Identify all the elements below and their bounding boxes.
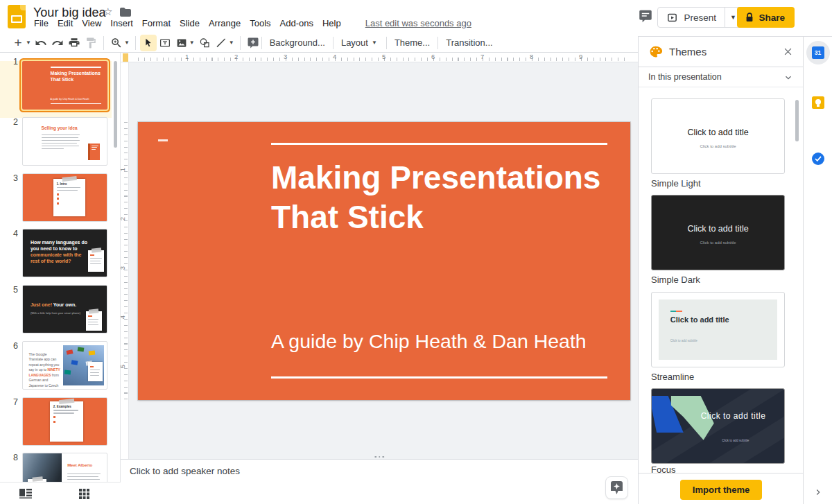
print-button[interactable] [66,35,83,51]
menu-insert[interactable]: Insert [110,18,133,28]
toolbar-divider [240,36,241,50]
speaker-notes-placeholder[interactable]: Click to add speaker notes [130,466,240,476]
import-theme-button[interactable]: Import theme [680,480,762,500]
slide-number: 8 [3,453,18,462]
theme-card-simple-light[interactable]: Click to add title Click to add subtitle [651,98,785,174]
theme-name-streamline: Streamline [651,372,694,382]
slide-bottom-rule [271,376,607,379]
filmstrip-scrollbar[interactable] [114,61,117,148]
menu-view[interactable]: View [82,18,101,28]
insert-line-button[interactable] [213,35,229,51]
insert-comment-button[interactable] [245,35,261,51]
slide-number: 4 [3,229,18,238]
select-tool-button[interactable] [140,35,157,51]
menu-bar: File Edit View Insert Format Slide Arran… [34,18,471,28]
transition-button[interactable]: Transition... [438,35,500,51]
menu-slide[interactable]: Slide [180,18,200,28]
slide-thumbnail-5[interactable]: Just one! Your own. (With a little help … [22,285,107,333]
present-label: Present [684,12,716,23]
filmstrip-view-button[interactable] [19,489,32,498]
insert-image-button[interactable] [173,35,190,51]
thumb4-note [88,250,104,272]
theme-title-preview: Click to add title [670,315,729,324]
logo-inner-rect [11,15,22,23]
keep-icon [812,96,824,109]
slide-number: 7 [3,397,18,407]
slide-title-text[interactable]: Making Presentations That Stick [271,158,604,237]
slide-number: 1 [3,57,18,67]
insert-image-caret[interactable]: ▼ [189,40,195,46]
speaker-notes-area[interactable]: Click to add speaker notes [121,459,638,504]
zoom-button[interactable] [108,35,125,51]
slide-thumbnail-6[interactable]: The Google Translate app can repeat anyt… [22,341,107,390]
slide-thumbnail-3[interactable]: 1. Intro [22,173,107,222]
thumb6-note [88,362,103,382]
undo-button[interactable] [33,35,49,51]
thumb4-accent-text: communicate with the rest of the world? [31,252,82,263]
new-slide-button[interactable]: + [10,35,26,51]
keep-app-button[interactable] [806,91,830,114]
streamline-preview-bg [659,299,778,360]
theme-card-streamline[interactable]: Click to add title Click to add subtitle [651,292,785,367]
insert-line-caret[interactable]: ▼ [229,40,234,46]
background-button[interactable]: Background... [262,35,333,51]
slide-thumbnail-8[interactable]: Meet Alberto [22,453,107,482]
thumb8-heading: Meet Alberto [67,463,92,467]
menu-file[interactable]: File [34,18,49,28]
slides-logo-icon[interactable] [8,5,26,28]
slide-top-rule [271,143,607,145]
paint-format-button[interactable] [83,35,99,51]
side-panel-app-bar: 31 [803,36,832,504]
theme-card-focus[interactable]: Click to add title Click to add subtitle [651,388,785,464]
slide-subtitle-text[interactable]: A guide by Chip Heath & Dan Heath [271,330,587,353]
tasks-app-button[interactable] [806,147,830,171]
star-icon[interactable]: ☆ [103,6,112,18]
thumb7-heading: 2. Examples [53,405,80,408]
streamline-dash [670,311,682,313]
in-this-presentation-row[interactable]: In this presentation [639,67,803,87]
theme-subtitle-preview: Click to add subtitle [722,439,749,442]
current-slide[interactable]: Making Presentations That Stick A guide … [138,122,630,400]
move-folder-icon[interactable] [120,8,131,17]
menu-format[interactable]: Format [142,18,171,28]
last-edit-status[interactable]: Last edit was seconds ago [365,18,471,28]
menu-help[interactable]: Help [322,18,341,28]
explore-button[interactable] [605,476,628,499]
horizontal-ruler: 1 2 3 4 5 6 7 8 9 [121,53,638,62]
hide-side-panel-button[interactable] [806,480,830,504]
grid-view-button[interactable] [79,489,89,499]
menu-edit[interactable]: Edit [58,18,73,28]
share-button[interactable]: Share [737,7,795,28]
slide-thumbnail-7[interactable]: 2. Examples [22,397,107,446]
new-slide-caret[interactable]: ▼ [26,40,31,46]
text-box-button[interactable] [157,35,173,51]
slide-thumbnail-4[interactable]: How many languages do you need to know t… [22,229,107,277]
section-label: In this presentation [648,72,722,82]
toolbar-divider [103,36,104,50]
themes-panel-title: Themes [669,46,707,58]
open-comments-button[interactable] [638,9,653,24]
insert-shape-button[interactable] [196,35,213,51]
vertical-ruler: 1 2 3 4 5 [121,62,129,459]
theme-card-simple-dark[interactable]: Click to add title Click to add subtitle [651,195,785,270]
zoom-caret[interactable]: ▼ [124,40,130,46]
calendar-app-button[interactable]: 31 [806,41,830,64]
present-button[interactable]: Present [658,12,725,24]
layout-button[interactable]: Layout▼ [333,35,386,51]
editing-canvas: 1 2 3 4 5 6 7 8 9 1 2 3 4 5 Making Prese… [121,53,638,459]
layout-label: Layout [341,37,368,48]
themes-panel: Themes In this presentation Click to add… [638,36,803,504]
menu-tools[interactable]: Tools [250,18,270,28]
theme-button[interactable]: Theme... [387,35,437,51]
redo-button[interactable] [49,35,66,51]
themes-scrollbar[interactable] [795,100,799,141]
thumb5-accent-text: Just one! [31,302,52,307]
notes-resize-handle[interactable] [374,456,384,458]
slide-thumbnail-2[interactable]: Selling your idea [22,117,107,166]
slide-thumbnail-1[interactable]: Making Presentations That Stick A guide … [22,61,107,110]
menu-addons[interactable]: Add-ons [280,18,313,28]
lock-icon [745,12,754,22]
menu-arrange[interactable]: Arrange [209,18,241,28]
close-panel-icon[interactable] [783,46,793,57]
theme-title-preview: Click to add title [652,128,784,137]
